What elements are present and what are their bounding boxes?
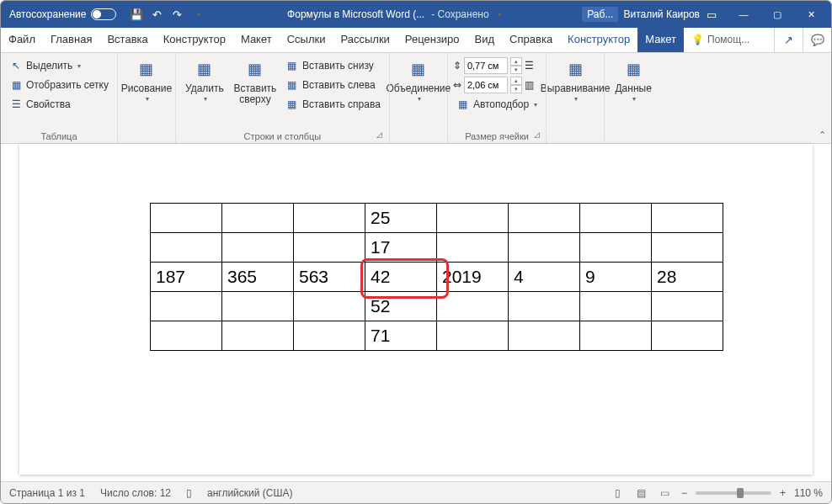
distribute-rows-icon[interactable]: ☰ — [525, 60, 534, 72]
group-draw: ▦Рисование▾ — [118, 53, 176, 143]
save-icon[interactable]: 💾 — [130, 8, 143, 21]
height-input[interactable] — [464, 57, 508, 74]
tab-help[interactable]: Справка — [502, 28, 560, 52]
tab-view[interactable]: Вид — [467, 28, 503, 52]
group-align: ▦Выравнивание▾ — [547, 53, 605, 143]
pencil-icon: ▦ — [135, 58, 158, 82]
saved-status: - Сохранено — [431, 8, 488, 20]
collapse-ribbon-icon[interactable]: ⌃ — [819, 130, 826, 141]
close-button[interactable]: ✕ — [794, 1, 828, 28]
redo-icon[interactable]: ↷ — [170, 8, 184, 21]
distribute-cols-icon[interactable]: ▥ — [525, 79, 534, 91]
web-layout-icon[interactable]: ▭ — [658, 486, 673, 500]
zoom-slider[interactable] — [696, 491, 771, 495]
width-icon: ⇔ — [453, 79, 461, 91]
zoom-in-icon[interactable]: + — [780, 487, 786, 499]
window-title: Формулы в Microsoft Word (... - Сохранен… — [214, 8, 573, 20]
col-width[interactable]: ⇔▴▾▥ — [453, 76, 541, 94]
group-merge: ▦Объединение▾ — [390, 53, 448, 143]
insert-left-icon: ▦ — [285, 78, 299, 92]
insert-right-button[interactable]: ▦Вставить справа — [282, 95, 384, 114]
group-data: ▦Данные▾ — [605, 53, 662, 143]
tab-review[interactable]: Рецензиро — [397, 28, 467, 52]
zoom-out-icon[interactable]: − — [681, 487, 687, 499]
tab-mailings[interactable]: Рассылки — [333, 28, 397, 52]
active-cell: 42 — [365, 263, 437, 292]
status-bar: Страница 1 из 1 Число слов: 12 ▯ английс… — [1, 481, 831, 503]
spell-check-icon[interactable]: ▯ — [186, 487, 192, 499]
undo-icon[interactable]: ↶ — [150, 8, 163, 21]
autofit-button[interactable]: ▦Автоподбор▾ — [453, 95, 541, 114]
language[interactable]: английский (США) — [207, 487, 292, 499]
group-label-rows: Строки и столбцы — [244, 130, 322, 141]
width-input[interactable] — [464, 77, 508, 93]
share-button[interactable]: ↗ — [774, 28, 803, 52]
tab-home[interactable]: Главная — [43, 28, 99, 52]
tab-file[interactable]: Файл — [1, 28, 43, 52]
tab-layout[interactable]: Макет — [233, 28, 280, 52]
select-button[interactable]: ↖Выделить▾ — [6, 56, 112, 75]
merge-icon: ▦ — [407, 58, 430, 82]
merge-button[interactable]: ▦Объединение▾ — [395, 56, 442, 105]
table-row[interactable]: 52 — [151, 292, 723, 321]
insert-below-icon: ▦ — [285, 59, 299, 72]
group-table: ↖Выделить▾ ▦Отобразить сетку ☰Свойства Т… — [1, 53, 118, 143]
user-name: Виталий Каиров — [623, 8, 700, 20]
insert-right-icon: ▦ — [285, 98, 299, 111]
height-icon: ⇕ — [453, 60, 461, 72]
dialog-launcher-icon[interactable]: ◿ — [531, 129, 542, 141]
table-row[interactable]: 71 — [151, 321, 723, 351]
word-table[interactable]: 25 17 1873655634220194928 52 71 — [150, 203, 723, 351]
minimize-button[interactable]: — — [727, 1, 760, 28]
insert-above-button[interactable]: ▦Вставить сверху — [232, 56, 279, 107]
dialog-launcher-icon[interactable]: ◿ — [374, 129, 386, 141]
properties-button[interactable]: ☰Свойства — [6, 95, 112, 114]
gridlines-button[interactable]: ▦Отобразить сетку — [6, 76, 112, 94]
delete-button[interactable]: ▦Удалить▾ — [181, 56, 228, 105]
insert-above-icon: ▦ — [243, 58, 267, 82]
window-controls: — ▢ ✕ — [727, 1, 828, 28]
table-row[interactable]: 1873655634220194928 — [151, 263, 723, 292]
group-cell-size: ⇕▴▾☰ ⇔▴▾▥ ▦Автоподбор▾ Размер ячейки ◿ — [448, 53, 547, 143]
tell-me[interactable]: 💡Помощ... — [684, 28, 757, 52]
qat-more-icon[interactable]: ▾ — [192, 8, 205, 21]
tab-table-design[interactable]: Конструктор — [560, 28, 637, 52]
group-label-cell: Размер ячейки — [465, 130, 529, 141]
group-label-table: Таблица — [40, 130, 77, 141]
draw-button[interactable]: ▦Рисование▾ — [123, 56, 170, 105]
tab-design[interactable]: Конструктор — [156, 28, 233, 52]
quick-access-toolbar: 💾 ↶ ↷ ▾ — [126, 8, 209, 21]
account-badge: Раб... — [582, 7, 618, 22]
title-dropdown-icon[interactable]: ▾ — [498, 11, 501, 19]
comments-button[interactable]: 💬 — [803, 28, 831, 52]
autofit-icon: ▦ — [456, 98, 470, 111]
focus-mode-icon[interactable]: ▯ — [611, 486, 626, 500]
properties-icon: ☰ — [9, 98, 23, 111]
cursor-icon: ↖ — [9, 59, 23, 72]
tab-table-layout[interactable]: Макет — [637, 28, 684, 52]
title-bar: Автосохранение 💾 ↶ ↷ ▾ Формулы в Microso… — [1, 1, 831, 28]
tab-references[interactable]: Ссылки — [280, 28, 333, 52]
doc-title: Формулы в Microsoft Word (... — [287, 8, 424, 20]
document-area[interactable]: 25 17 1873655634220194928 52 71 — [19, 144, 813, 475]
table-row[interactable]: 25 — [151, 204, 723, 233]
maximize-button[interactable]: ▢ — [760, 1, 794, 28]
insert-left-button[interactable]: ▦Вставить слева — [282, 76, 384, 94]
ribbon-options-icon[interactable]: ▭ — [705, 8, 718, 21]
word-count[interactable]: Число слов: 12 — [100, 487, 171, 499]
ribbon-tabs: Файл Главная Вставка Конструктор Макет С… — [1, 28, 831, 53]
account-area[interactable]: Раб... Виталий Каиров ▭ — [579, 7, 722, 22]
data-button[interactable]: ▦Данные▾ — [610, 56, 657, 105]
tab-insert[interactable]: Вставка — [99, 28, 155, 52]
align-button[interactable]: ▦Выравнивание▾ — [552, 56, 599, 105]
row-height[interactable]: ⇕▴▾☰ — [453, 56, 541, 75]
page-info[interactable]: Страница 1 из 1 — [9, 487, 85, 499]
zoom-level[interactable]: 110 % — [794, 487, 823, 499]
ribbon: ↖Выделить▾ ▦Отобразить сетку ☰Свойства Т… — [1, 53, 831, 144]
print-layout-icon[interactable]: ▤ — [634, 486, 649, 500]
insert-below-button[interactable]: ▦Вставить снизу — [282, 56, 384, 75]
autosave[interactable]: Автосохранение — [4, 8, 121, 20]
autosave-toggle[interactable] — [91, 8, 116, 20]
table-row[interactable]: 17 — [151, 233, 723, 263]
align-icon: ▦ — [563, 58, 587, 82]
